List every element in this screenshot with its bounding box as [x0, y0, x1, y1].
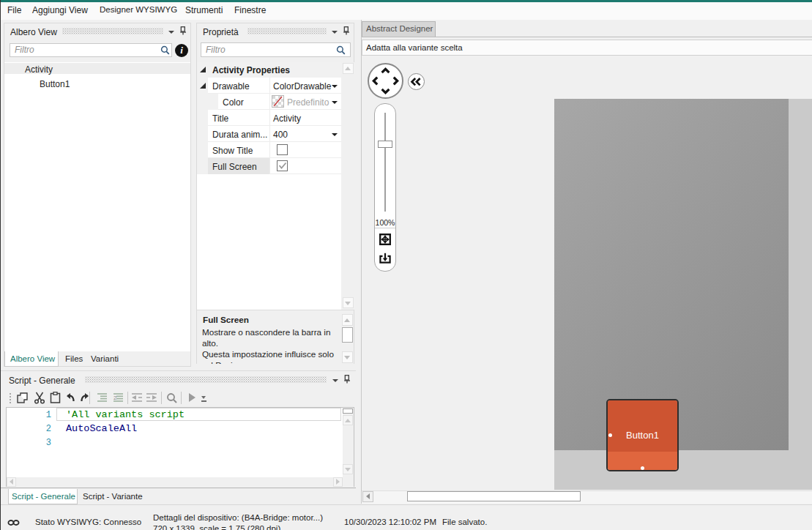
svg-text:2: 2 — [113, 395, 117, 401]
